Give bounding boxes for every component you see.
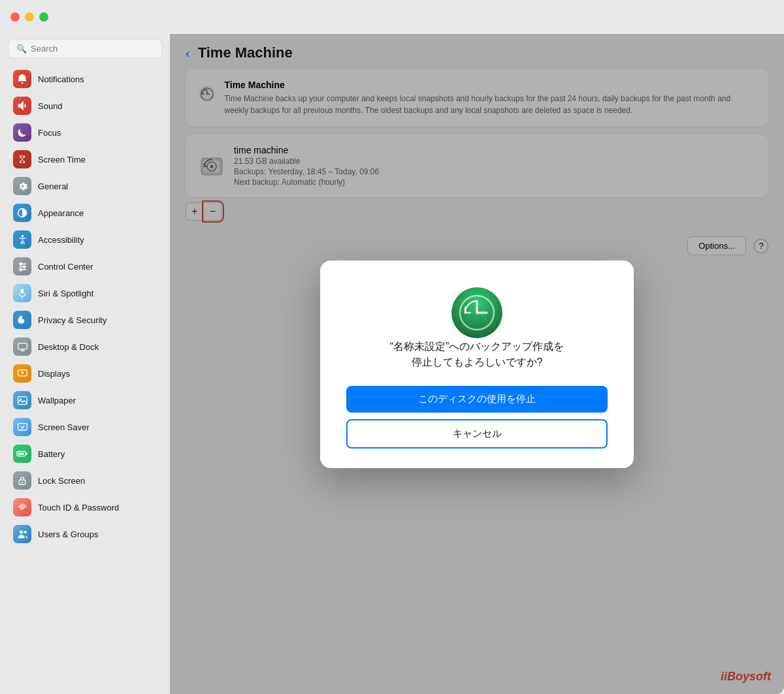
svg-point-1 [21,234,23,236]
titlebar [0,0,784,34]
controlcenter-icon [13,257,31,276]
sidebar-label-controlcenter: Control Center [38,262,93,272]
sidebar-item-accessibility[interactable]: Accessibility [4,227,166,253]
sidebar-item-general[interactable]: General [4,173,166,199]
sidebar-item-users[interactable]: Users & Groups [4,521,166,547]
sidebar-label-displays: Displays [38,369,70,379]
stop-disk-button[interactable]: このディスクの使用を停止 [346,386,608,413]
sidebar-item-screensaver[interactable]: Screen Saver [4,414,166,440]
displays-icon [13,364,31,383]
desktop-icon [13,338,31,356]
sidebar-label-privacy: Privacy & Security [38,315,106,325]
focus-icon [13,123,31,142]
sidebar-label-users: Users & Groups [38,529,98,539]
close-button[interactable] [10,12,20,22]
svg-rect-17 [18,452,24,455]
sidebar-item-screentime[interactable]: Screen Time [4,146,166,172]
svg-point-5 [19,262,22,265]
sidebar-label-desktop: Desktop & Dock [38,342,99,352]
appearance-icon [13,204,31,222]
svg-point-19 [22,482,23,483]
sidebar-label-wallpaper: Wallpaper [38,396,76,405]
dialog-icon [451,287,503,339]
svg-rect-8 [21,289,24,294]
general-icon [13,177,31,195]
search-icon: 🔍 [16,44,27,54]
svg-point-22 [24,530,26,533]
search-bar[interactable]: 🔍 [8,39,162,58]
dialog-message: “名称未設定”へのバックアップ作成を停止してもよろしいですか? [390,339,564,370]
svg-point-11 [21,371,23,373]
main-content: ‹ Time Machine Time Machi [170,34,784,694]
sidebar-label-lockscreen: Lock Screen [38,476,85,486]
lockscreen-icon [13,471,31,490]
sidebar-label-sound: Sound [38,101,63,111]
sidebar-item-desktop[interactable]: Desktop & Dock [4,334,166,360]
users-icon [13,525,31,543]
sound-icon [13,97,31,115]
sidebar-label-notifications: Notifications [38,74,84,84]
sidebar-label-accessibility: Accessibility [38,235,84,245]
sidebar-items: NotificationsSoundFocusScreen TimeGenera… [0,66,170,547]
sidebar-item-notifications[interactable]: Notifications [4,66,166,92]
svg-rect-14 [18,423,27,430]
sidebar-item-touchid[interactable]: Touch ID & Password [4,494,166,520]
sidebar-label-battery: Battery [38,449,65,459]
svg-rect-16 [25,453,27,455]
sidebar-label-general: General [38,181,68,191]
touchid-icon [13,498,31,516]
dialog-overlay: “名称未設定”へのバックアップ作成を停止してもよろしいですか? このディスクの使… [170,34,784,694]
sidebar-item-battery[interactable]: Battery [4,441,166,467]
svg-point-7 [19,268,22,270]
sidebar-item-privacy[interactable]: Privacy & Security [4,307,166,333]
svg-rect-9 [18,343,27,349]
content-area: 🔍 NotificationsSoundFocusScreen TimeGene… [0,34,784,694]
sidebar-label-screensaver: Screen Saver [38,422,90,432]
svg-point-6 [22,265,25,268]
main-window: 🔍 NotificationsSoundFocusScreen TimeGene… [0,0,784,694]
sidebar-item-appearance[interactable]: Appearance [4,200,166,226]
sidebar-item-controlcenter[interactable]: Control Center [4,253,166,279]
privacy-icon [13,311,31,329]
wallpaper-icon [13,391,31,409]
sidebar-label-focus: Focus [38,128,61,138]
sidebar-label-appearance: Appearance [38,208,84,218]
dialog: “名称未設定”へのバックアップ作成を停止してもよろしいですか? このディスクの使… [320,260,634,468]
maximize-button[interactable] [39,12,48,22]
minimize-button[interactable] [25,12,34,22]
screentime-icon [13,150,31,168]
screensaver-icon [13,418,31,436]
battery-icon [13,445,31,463]
sidebar-label-siri: Siri & Spotlight [38,289,93,298]
siri-icon [13,284,31,302]
sidebar: 🔍 NotificationsSoundFocusScreen TimeGene… [0,34,170,694]
sidebar-item-focus[interactable]: Focus [4,119,166,146]
notifications-icon [13,70,31,88]
sidebar-item-siri[interactable]: Siri & Spotlight [4,280,166,306]
sidebar-item-displays[interactable]: Displays [4,360,166,386]
svg-point-21 [20,530,23,533]
cancel-button[interactable]: キャンセル [346,419,608,449]
sidebar-item-sound[interactable]: Sound [4,93,166,119]
sidebar-label-screentime: Screen Time [38,155,86,165]
sidebar-item-lockscreen[interactable]: Lock Screen [4,467,166,494]
sidebar-label-touchid: Touch ID & Password [38,503,119,513]
search-input[interactable] [31,44,154,54]
sidebar-item-wallpaper[interactable]: Wallpaper [4,387,166,413]
accessibility-icon [13,230,31,249]
